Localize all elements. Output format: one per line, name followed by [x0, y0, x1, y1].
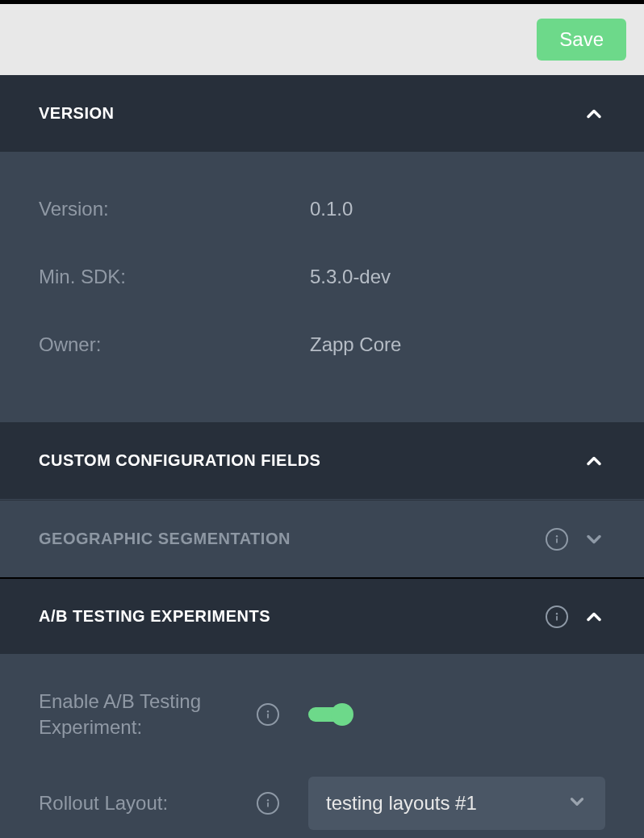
- field-label-version: Version:: [39, 198, 310, 220]
- field-label-rollout: Rollout Layout:: [39, 790, 257, 816]
- svg-rect-0: [556, 538, 558, 543]
- svg-rect-2: [556, 615, 558, 620]
- section-header-customconfig[interactable]: Custom Configuration Fields: [0, 422, 644, 500]
- toggle-knob: [331, 703, 353, 726]
- field-row-version: Version: 0.1.0: [39, 175, 605, 243]
- chevron-up-icon[interactable]: [583, 103, 605, 125]
- svg-point-3: [556, 613, 558, 614]
- chevron-down-icon: [567, 791, 588, 815]
- field-value-owner: Zapp Core: [310, 333, 401, 356]
- section-title-customconfig: Custom Configuration Fields: [39, 451, 320, 470]
- field-row-rollout: Rollout Layout: testing layouts #1: [39, 759, 605, 838]
- enable-ab-toggle[interactable]: [308, 707, 352, 722]
- subsection-title-geo: Geographic Segmentation: [39, 530, 291, 548]
- field-label-enable-ab: Enable A/B Testing Experiment:: [39, 689, 257, 741]
- info-icon[interactable]: [546, 605, 568, 628]
- svg-rect-4: [267, 714, 269, 719]
- svg-point-5: [267, 710, 269, 712]
- field-value-minsdk: 5.3.0-dev: [310, 266, 391, 288]
- field-row-owner: Owner: Zapp Core: [39, 311, 605, 379]
- section-title-abtesting: A/B Testing Experiments: [39, 607, 270, 626]
- rollout-layout-select[interactable]: testing layouts #1: [308, 777, 605, 830]
- svg-rect-6: [267, 802, 269, 807]
- info-icon[interactable]: [546, 528, 568, 551]
- field-value-version: 0.1.0: [310, 198, 353, 220]
- field-row-enable-ab: Enable A/B Testing Experiment:: [39, 671, 605, 759]
- section-header-version[interactable]: Version: [0, 75, 644, 153]
- section-title-version: Version: [39, 104, 115, 123]
- field-label-owner: Owner:: [39, 333, 310, 356]
- svg-point-1: [556, 535, 558, 537]
- abtesting-panel: Enable A/B Testing Experiment: Rollout L…: [0, 655, 644, 838]
- svg-point-7: [267, 799, 269, 801]
- chevron-up-icon[interactable]: [583, 605, 605, 628]
- info-icon[interactable]: [257, 792, 279, 815]
- version-panel: Version: 0.1.0 Min. SDK: 5.3.0-dev Owner…: [0, 153, 644, 422]
- info-icon[interactable]: [257, 703, 279, 726]
- section-header-abtesting[interactable]: A/B Testing Experiments: [0, 577, 644, 655]
- chevron-down-icon[interactable]: [583, 528, 605, 551]
- rollout-layout-value: testing layouts #1: [326, 792, 477, 815]
- field-row-minsdk: Min. SDK: 5.3.0-dev: [39, 243, 605, 311]
- chevron-up-icon[interactable]: [583, 450, 605, 472]
- subsection-header-geo[interactable]: Geographic Segmentation: [0, 500, 644, 577]
- save-button[interactable]: Save: [537, 19, 626, 61]
- field-label-minsdk: Min. SDK:: [39, 266, 310, 288]
- header-bar: Save: [0, 4, 644, 75]
